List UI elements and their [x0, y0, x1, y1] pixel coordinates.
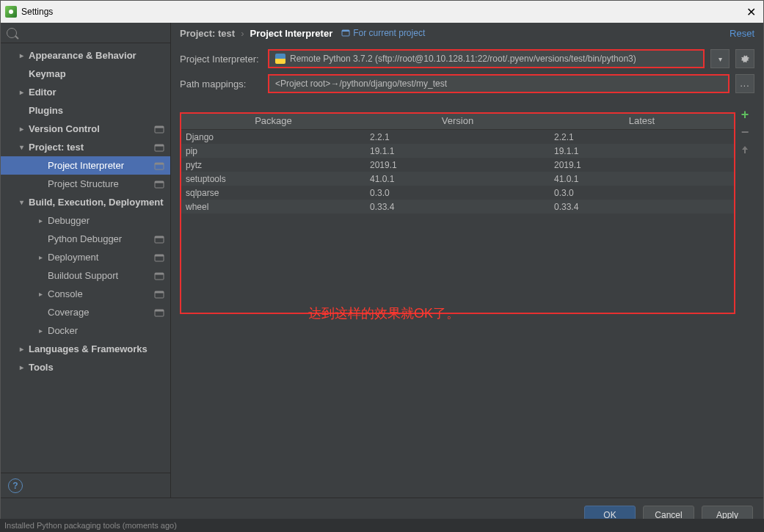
svg-rect-9	[155, 236, 164, 238]
sidebar-item-version-control[interactable]: Version Control	[1, 120, 170, 138]
sidebar-item-label: Debugger	[48, 215, 90, 226]
cell-version: 41.0.1	[365, 174, 550, 184]
package-tools: + −	[735, 105, 754, 314]
expander-icon[interactable]	[36, 290, 45, 298]
search-input[interactable]	[21, 28, 160, 38]
project-scope-icon	[154, 234, 164, 244]
path-mappings-row: Path mappings: <Project root>→/python/dj…	[180, 71, 754, 96]
table-row[interactable]: pip19.1.119.1.1	[181, 144, 734, 158]
sidebar-item-appearance-behavior[interactable]: Appearance & Behavior	[1, 46, 170, 65]
sidebar-item-deployment[interactable]: Deployment	[1, 248, 170, 266]
project-scope-icon	[154, 179, 164, 189]
cell-package: pip	[181, 146, 365, 156]
sidebar-item-console[interactable]: Console	[1, 285, 170, 303]
svg-rect-7	[155, 181, 164, 183]
reset-link[interactable]: Reset	[730, 28, 754, 39]
sidebar-item-tools[interactable]: Tools	[1, 358, 170, 376]
sidebar-item-docker[interactable]: Docker	[1, 321, 170, 340]
svg-rect-15	[155, 291, 164, 294]
project-scope-icon	[154, 124, 164, 134]
interpreter-dropdown-arrow[interactable]	[710, 49, 730, 68]
sidebar-item-plugins[interactable]: Plugins	[1, 101, 170, 120]
cell-latest: 19.1.1	[550, 146, 734, 156]
project-scope-icon	[154, 307, 164, 318]
svg-rect-13	[155, 273, 164, 275]
path-mappings-field[interactable]: <Project root>→/python/django/test/my_te…	[268, 74, 730, 93]
project-scope-icon	[154, 271, 164, 281]
sidebar-item-languages-frameworks[interactable]: Languages & Frameworks	[1, 340, 170, 358]
close-icon[interactable]: ✕	[743, 5, 759, 19]
help-icon[interactable]: ?	[8, 478, 23, 493]
sidebar-item-label: Languages & Frameworks	[29, 343, 148, 354]
search-icon	[7, 28, 17, 38]
col-version[interactable]: Version	[365, 114, 550, 129]
interpreter-gear[interactable]	[735, 49, 754, 68]
sidebar-item-python-debugger[interactable]: Python Debugger	[1, 230, 170, 248]
status-bar: Installed Python packaging tools (moment…	[0, 519, 764, 532]
expander-icon[interactable]	[36, 216, 45, 225]
expander-icon[interactable]	[17, 125, 26, 133]
cell-latest: 2.2.1	[550, 132, 734, 142]
sidebar-item-label: Project Structure	[48, 178, 119, 189]
sidebar-item-label: Docker	[48, 325, 78, 336]
upgrade-package-button[interactable]	[738, 143, 752, 156]
packages-table: Package Version Latest Django2.2.12.2.1p…	[181, 114, 734, 214]
current-project-badge: For current project	[341, 28, 425, 38]
sidebar-item-keymap[interactable]: Keymap	[1, 65, 170, 83]
python-icon	[275, 54, 285, 64]
sidebar-item-build-execution-deployment[interactable]: Build, Execution, Deployment	[1, 193, 170, 211]
expander-icon[interactable]	[36, 327, 45, 335]
interpreter-dropdown[interactable]: Remote Python 3.7.2 (sftp://root@10.10.1…	[268, 49, 705, 68]
interpreter-label: Project Interpreter:	[180, 54, 262, 65]
expander-icon[interactable]	[17, 345, 26, 353]
svg-rect-17	[155, 310, 164, 312]
remove-package-button[interactable]: −	[738, 125, 752, 139]
table-row[interactable]: pytz2019.12019.1	[181, 158, 734, 172]
sidebar-item-label: Buildout Support	[48, 270, 118, 281]
sidebar-item-editor[interactable]: Editor	[1, 83, 170, 101]
expander-icon[interactable]	[17, 198, 26, 206]
svg-rect-1	[155, 126, 164, 128]
breadcrumb-current: Project Interpreter	[250, 28, 332, 39]
interpreter-value: Remote Python 3.7.2 (sftp://root@10.10.1…	[290, 54, 636, 64]
project-scope-icon	[154, 252, 164, 263]
sidebar-item-label: Keymap	[29, 68, 66, 79]
sidebar-item-project-test[interactable]: Project: test	[1, 138, 170, 156]
add-package-button[interactable]: +	[738, 108, 752, 121]
table-row[interactable]: Django2.2.12.2.1	[181, 130, 734, 144]
sidebar-search[interactable]	[1, 23, 170, 43]
sidebar-item-buildout-support[interactable]: Buildout Support	[1, 266, 170, 285]
expander-icon[interactable]	[36, 253, 45, 261]
table-row[interactable]: sqlparse0.3.00.3.0	[181, 186, 734, 200]
cell-latest: 41.0.1	[550, 174, 734, 184]
cell-version: 19.1.1	[365, 146, 550, 156]
expander-icon[interactable]	[17, 51, 26, 59]
sidebar-item-project-interpreter[interactable]: Project Interpreter	[1, 156, 170, 175]
sidebar-item-label: Python Debugger	[48, 233, 122, 244]
help-row: ?	[1, 473, 170, 498]
col-package[interactable]: Package	[181, 114, 365, 129]
cell-package: Django	[181, 132, 365, 142]
cell-latest: 0.3.0	[550, 188, 734, 198]
titlebar: Settings ✕	[1, 1, 763, 23]
sidebar-item-project-structure[interactable]: Project Structure	[1, 175, 170, 193]
cell-version: 2.2.1	[365, 132, 550, 142]
col-latest[interactable]: Latest	[550, 114, 734, 129]
sidebar-item-debugger[interactable]: Debugger	[1, 211, 170, 230]
expander-icon[interactable]	[17, 143, 26, 151]
expander-icon[interactable]	[17, 88, 26, 96]
main-panel: Project: test › Project Interpreter For …	[171, 23, 763, 498]
table-row[interactable]: setuptools41.0.141.0.1	[181, 172, 734, 186]
svg-rect-19	[342, 30, 349, 32]
settings-tree: Appearance & BehaviorKeymapEditorPlugins…	[1, 43, 170, 473]
sidebar-item-label: Editor	[29, 87, 57, 98]
table-row[interactable]: wheel0.33.40.33.4	[181, 200, 734, 214]
sidebar-item-coverage[interactable]: Coverage	[1, 303, 170, 321]
sidebar-item-label: Deployment	[48, 252, 98, 263]
expander-icon[interactable]	[17, 363, 26, 371]
cell-package: wheel	[181, 202, 365, 212]
cell-latest: 2019.1	[550, 160, 734, 170]
svg-rect-3	[155, 145, 164, 147]
cell-latest: 0.33.4	[550, 202, 734, 212]
path-mappings-browse[interactable]: ...	[735, 74, 754, 93]
